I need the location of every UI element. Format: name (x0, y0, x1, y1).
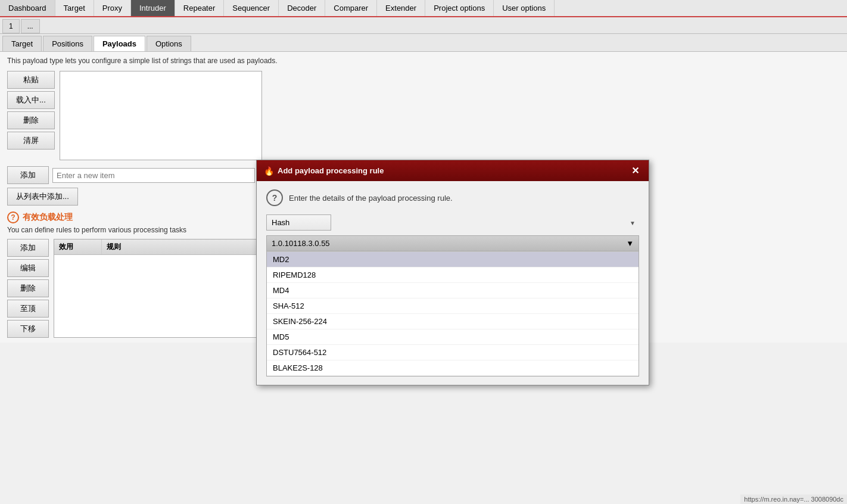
modal-close-button[interactable]: ✕ (629, 165, 642, 176)
sub-tab-row: 1 ... (0, 17, 847, 34)
menu-tab-proxy[interactable]: Proxy (94, 0, 131, 16)
dropdown-item-md4[interactable]: MD4 (267, 283, 639, 298)
processing-edit-button[interactable]: 编辑 (7, 259, 49, 277)
processing-delete-button[interactable]: 删除 (7, 279, 49, 297)
modal-dialog: 🔥 Add payload processing rule ✕ ? Enter … (256, 160, 649, 343)
tab-positions[interactable]: Positions (43, 36, 92, 51)
dropdown-item-ripemd128[interactable]: RIPEMD128 (267, 267, 639, 283)
dropdown-item-sha512[interactable]: SHA-512 (267, 298, 639, 314)
load-button[interactable]: 载入中... (7, 91, 55, 109)
menu-tab-extender[interactable]: Extender (377, 0, 425, 16)
burp-icon: 🔥 (264, 166, 274, 176)
payload-list-box[interactable] (60, 71, 262, 160)
menu-tab-comparer[interactable]: Comparer (325, 0, 377, 16)
tab-payloads[interactable]: Payloads (94, 36, 145, 51)
modal-description-text: Enter the details of the payload process… (289, 194, 453, 203)
menu-tab-project-options[interactable]: Project options (425, 0, 494, 16)
hash-selected-value: 1.0.10118.3.0.55 (272, 239, 330, 248)
side-buttons: 粘贴 载入中... 删除 清屏 (7, 71, 55, 160)
payload-description: This payload type lets you configure a s… (7, 57, 840, 65)
menu-tab-decoder[interactable]: Decoder (279, 0, 325, 16)
menu-tab-sequencer[interactable]: Sequencer (224, 0, 279, 16)
processing-help-icon: ? (7, 211, 19, 223)
add-item-button[interactable]: 添加 (7, 166, 49, 184)
modal-question-icon: ? (266, 189, 283, 206)
processing-buttons: 添加 编辑 删除 至顶 下移 (7, 239, 49, 338)
modal-title: 🔥 Add payload processing rule (264, 166, 384, 176)
menu-tab-dashboard[interactable]: Dashboard (0, 0, 55, 16)
tab-target[interactable]: Target (2, 36, 42, 51)
hash-dropdown-arrow-icon: ▼ (626, 239, 634, 248)
hash-dropdown: 1.0.10118.3.0.55 ▼ MD2 RIPEMD128 MD4 SHA… (266, 235, 639, 343)
processing-top-button[interactable]: 至顶 (7, 300, 49, 318)
modal-header: 🔥 Add payload processing rule ✕ (257, 160, 649, 181)
type-select-arrow-icon: ▼ (630, 219, 636, 226)
menu-tab-target[interactable]: Target (55, 0, 94, 16)
dropdown-item-skein[interactable]: SKEIN-256-224 (267, 314, 639, 329)
processing-down-button[interactable]: 下移 (7, 320, 49, 338)
dropdown-item-md2[interactable]: MD2 (267, 252, 639, 267)
type-select[interactable]: Hash Encode Decode Prefix Suffix Match/R… (266, 214, 331, 231)
from-list-button[interactable]: 从列表中添加... (7, 188, 78, 206)
payload-list-area: 粘贴 载入中... 删除 清屏 (7, 71, 840, 160)
col-header-effect: 效用 (54, 239, 102, 254)
delete-button[interactable]: 删除 (7, 111, 55, 129)
processing-add-button[interactable]: 添加 (7, 239, 49, 257)
modal-title-text: Add payload processing rule (278, 166, 384, 175)
tab-options[interactable]: Options (147, 36, 191, 51)
add-item-input[interactable] (52, 168, 255, 183)
tab-number-1[interactable]: 1 (2, 19, 20, 33)
hash-dropdown-list[interactable]: MD2 RIPEMD128 MD4 SHA-512 SKEIN-256-224 … (267, 251, 639, 343)
paste-button[interactable]: 粘贴 (7, 71, 55, 89)
menu-tab-repeater[interactable]: Repeater (175, 0, 224, 16)
type-dropdown-row: Hash Encode Decode Prefix Suffix Match/R… (266, 214, 639, 231)
menu-tab-intruder[interactable]: Intruder (131, 0, 175, 16)
hash-dropdown-header[interactable]: 1.0.10118.3.0.55 ▼ (267, 236, 639, 251)
inner-tabs: Target Positions Payloads Options (0, 34, 847, 52)
clear-button[interactable]: 清屏 (7, 132, 55, 150)
modal-desc-row: ? Enter the details of the payload proce… (266, 189, 639, 206)
modal-body: ? Enter the details of the payload proce… (257, 181, 649, 343)
type-select-wrapper: Hash Encode Decode Prefix Suffix Match/R… (266, 214, 639, 231)
tab-dots[interactable]: ... (21, 19, 40, 33)
dropdown-item-md5[interactable]: MD5 (267, 329, 639, 343)
menu-bar: Dashboard Target Proxy Intruder Repeater… (0, 0, 847, 17)
menu-tab-user-options[interactable]: User options (494, 0, 555, 16)
processing-title-text: 有效负载处理 (23, 212, 73, 223)
